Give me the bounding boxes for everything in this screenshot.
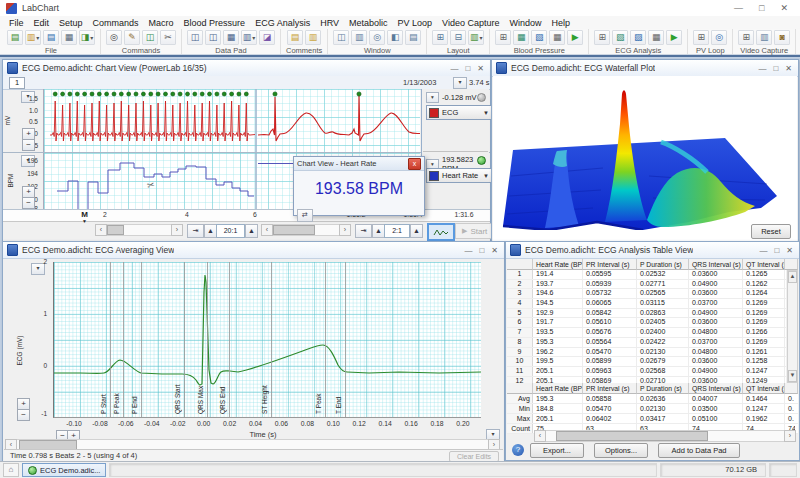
export-icon[interactable]: ◨▾ [79, 30, 95, 45]
scissors-icon[interactable]: ✂ [160, 30, 176, 45]
maximize-button[interactable]: □ [465, 64, 470, 73]
window-nav-icon[interactable]: ⌂ [3, 463, 19, 477]
scroll-right-icon[interactable]: › [784, 430, 796, 442]
time-scale-dropdown[interactable]: ▾ [453, 77, 467, 89]
datapad-view-icon[interactable]: ◫ [187, 30, 203, 45]
table-row[interactable]: 11205.10.059630.025680.049000.1247 [507, 367, 786, 377]
heart-rate-popup[interactable]: Chart View - Heart Rate x 193.58 BPM ⇄ [293, 156, 425, 216]
menu-help[interactable]: Help [546, 18, 575, 28]
scroll-right-icon[interactable]: › [339, 224, 351, 236]
table-row[interactable]: 2193.70.059390.027710.049000.1262 [507, 280, 786, 290]
scroll-left-icon[interactable]: ‹ [261, 224, 273, 236]
block-indicator[interactable]: 1 [9, 77, 25, 89]
marker-line[interactable] [271, 262, 272, 417]
marker-line[interactable] [345, 262, 346, 417]
averaging-titlebar[interactable]: ECG Demo.adicht: ECG Averaging View — □ … [3, 242, 504, 259]
marker-tool[interactable]: M ▼ [77, 210, 92, 236]
table-scrollbar[interactable]: ‹ › [534, 430, 796, 442]
vc-camera-icon[interactable]: ◙ [774, 30, 790, 45]
table-row[interactable]: 7193.50.056760.024000.048000.1266 [507, 328, 786, 338]
summary-row[interactable]: Max205.10.064020.034170.051000.19620. [507, 414, 798, 424]
menu-blood-pressure[interactable]: Blood Pressure [179, 18, 251, 28]
options-button[interactable]: Options... [594, 443, 648, 458]
waterfall-titlebar[interactable]: ECG Demo.adicht: ECG Waterfall Plot — □ … [492, 60, 798, 77]
bp-chart-icon[interactable]: ▧ [531, 30, 547, 45]
add-comment-icon[interactable]: ▥ [305, 30, 321, 45]
table-row[interactable]: 10199.50.058990.026790.036000.1258 [507, 357, 786, 367]
table-vertical-scrollbar[interactable]: ▲ ▼ [787, 270, 798, 383]
print-icon[interactable]: ▦ [61, 30, 77, 45]
menu-edit[interactable]: Edit [29, 18, 55, 28]
bp-run-icon[interactable]: ▶ [567, 30, 583, 45]
menu-metabolic[interactable]: Metabolic [344, 18, 393, 28]
bp-table-icon[interactable]: ▦ [549, 30, 565, 45]
marker-line[interactable] [123, 262, 124, 417]
taskbar-document-button[interactable]: ECG Demo.adic... [22, 463, 106, 477]
minimize-button[interactable]: — [759, 246, 767, 255]
table-row[interactable]: 3194.60.057320.025650.036000.1264 [507, 289, 786, 299]
arrange-windows-icon[interactable]: ▤ [405, 30, 421, 45]
vc-window-icon[interactable]: ▥ [756, 30, 772, 45]
menu-setup[interactable]: Setup [54, 18, 88, 28]
scroll-up-icon[interactable]: ▲ [788, 271, 797, 283]
zoom-window-icon[interactable]: ◎ [369, 30, 385, 45]
datapad-plot-icon[interactable]: ◪ [259, 30, 275, 45]
open-file-icon[interactable]: ▥▾ [25, 30, 41, 45]
ecg-waterfall-icon[interactable]: ▨ [630, 30, 646, 45]
waterfall-plot[interactable]: Reset [493, 76, 797, 243]
comment-icon[interactable]: ▤ [287, 30, 303, 45]
marker-line[interactable] [207, 262, 208, 417]
ecg-channel-select[interactable]: ECG ▼ [426, 105, 492, 120]
scope-view-button[interactable] [427, 223, 455, 241]
datapad-options-icon[interactable]: ▥▾ [241, 30, 257, 45]
table-row[interactable]: 4194.50.060650.031150.037000.1269 [507, 299, 786, 309]
stimulator-icon[interactable]: ◫ [142, 30, 158, 45]
find-icon[interactable]: ◎ [106, 30, 122, 45]
ecg-plot[interactable] [43, 89, 420, 152]
table-row[interactable]: 6191.70.056100.024050.036000.1269 [507, 318, 786, 328]
add-to-data-pad-button[interactable]: Add to Data Pad [658, 443, 740, 458]
scrollbar-thumb[interactable] [273, 225, 315, 235]
menu-hrv[interactable]: HRV [315, 18, 344, 28]
maximize-button[interactable]: □ [479, 246, 484, 255]
close-button[interactable]: ✕ [786, 246, 793, 255]
left-pane-scrollbar[interactable]: ‹ › [95, 224, 183, 236]
averaging-plot[interactable]: P StartP PeakP EndQRS StartQRS MaxQRS En… [53, 262, 481, 418]
menu-ecg-analysis[interactable]: ECG Analysis [250, 18, 315, 28]
close-button[interactable]: ✕ [491, 246, 498, 255]
bp-view-icon[interactable]: ▦ [513, 30, 529, 45]
datapad-pages-icon[interactable]: ▦ [223, 30, 239, 45]
table-titlebar[interactable]: ECG Demo.adicht: ECG Analysis Table View… [506, 242, 799, 259]
layout-grid-icon[interactable]: ⊞ [432, 30, 448, 45]
ecg-settings-icon[interactable]: ⊞ [594, 30, 610, 45]
app-close-button[interactable]: ✕ [780, 3, 788, 13]
tile-windows-icon[interactable]: ◫ [333, 30, 349, 45]
datapad-add-icon[interactable]: ◫ [205, 30, 221, 45]
scroll-down-icon[interactable]: ▼ [788, 370, 797, 382]
expand-right-button[interactable]: ▲ [410, 224, 423, 238]
help-icon[interactable]: ? [512, 444, 524, 456]
scroll-right-icon[interactable]: › [171, 224, 183, 236]
summary-row[interactable]: Min184.80.054700.021300.035000.12470. [507, 404, 798, 414]
layout-new-icon[interactable]: ▥▾ [468, 30, 484, 45]
hr-zoom-out-button[interactable]: − [22, 197, 35, 209]
goto-end-button[interactable]: ⇥ [355, 224, 372, 238]
table-row[interactable]: 1191.40.055950.025320.036000.1265 [507, 270, 786, 280]
marker-line[interactable] [229, 262, 230, 417]
menu-file[interactable]: File [4, 18, 29, 28]
right-pane-scrollbar[interactable]: ‹ › [261, 224, 351, 236]
chart-view-titlebar[interactable]: ECG Demo.adicht: Chart View (PowerLab 16… [3, 60, 490, 77]
chart-start-button[interactable]: ▶ Start [455, 223, 494, 239]
goto-end-button[interactable]: ⇥ [187, 224, 204, 238]
table-row[interactable]: 9196.20.054700.021300.048000.1261 [507, 348, 786, 358]
vc-settings-icon[interactable]: ⊞ [738, 30, 754, 45]
bp-settings-icon[interactable]: ⊞ [495, 30, 511, 45]
menu-commands[interactable]: Commands [88, 18, 144, 28]
left-compression-ratio[interactable]: 20:1 [216, 224, 245, 238]
new-file-icon[interactable]: ▤ [7, 30, 23, 45]
scroll-left-icon[interactable]: ‹ [95, 224, 107, 236]
ecg-run-icon[interactable]: ▶ [666, 30, 682, 45]
right-compression-ratio[interactable]: 2:1 [384, 224, 410, 238]
summary-row[interactable]: Avg195.30.058580.026360.040070.14640. [507, 394, 798, 404]
minimize-button[interactable]: — [464, 246, 472, 255]
